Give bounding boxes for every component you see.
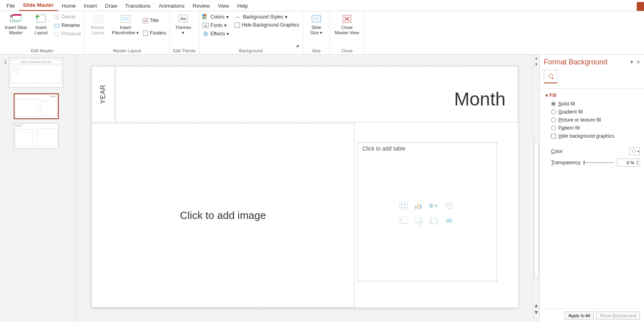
svg-rect-27 (314, 17, 319, 21)
group-edit-theme: Aa Themes▾ Edit Theme (170, 11, 199, 54)
checkbox-icon (551, 134, 556, 138)
tab-help[interactable]: Help (233, 1, 252, 11)
layout-thumbnail-2[interactable]: Month (14, 123, 59, 149)
group-edit-master-label: Edit Master (3, 48, 81, 54)
reset-background-button[interactable]: Reset Background (596, 312, 640, 320)
background-styles-icon (235, 14, 241, 20)
scrollbar-thumb[interactable] (534, 142, 539, 279)
fill-category-icon[interactable] (544, 70, 557, 83)
hide-bg-checkbox[interactable]: Hide background graphics (544, 132, 640, 140)
svg-rect-20 (204, 14, 206, 17)
insert-slide-master-button[interactable]: Insert Slide Master (3, 13, 29, 36)
hide-bg-label: Hide Background Graphics (242, 22, 299, 28)
tab-transitions[interactable]: Transitions (121, 1, 155, 11)
fill-section-header[interactable]: ▾ Fill (544, 90, 640, 100)
title-checkbox[interactable]: ✔ Title (143, 17, 166, 24)
svg-text:Aa: Aa (180, 16, 186, 21)
footers-checkbox[interactable]: Footers (143, 29, 166, 37)
svg-rect-45 (430, 218, 431, 224)
apply-to-all-button[interactable]: Apply to All (565, 312, 594, 320)
radio-icon (551, 126, 556, 130)
pane-options-icon[interactable]: ▼ ✕ (630, 60, 640, 65)
main-area: 1 Click to edit Master title style • ___… (0, 55, 644, 322)
gradient-fill-radio[interactable]: Gradient fill (544, 108, 640, 116)
fonts-icon: A (202, 22, 209, 29)
hide-bg-graphics-checkbox[interactable]: Hide Background Graphics (235, 21, 299, 29)
insert-layout-button[interactable]: Insert Layout (31, 13, 51, 36)
insert-online-picture-icon[interactable] (413, 216, 424, 226)
master-thumbnail[interactable]: Click to edit Master title style • _____… (9, 58, 63, 88)
ribbon: Insert Slide Master Insert Layout Delete… (0, 11, 644, 55)
insert-smartart-icon[interactable] (428, 200, 440, 211)
table-placeholder[interactable]: Click to add table (358, 142, 497, 281)
insert-placeholder-icon (119, 14, 132, 24)
tab-home[interactable]: Home (58, 1, 80, 11)
tab-animations[interactable]: Animations (155, 1, 188, 11)
preserve-button[interactable]: Preserve (54, 30, 81, 38)
svg-rect-4 (37, 15, 45, 22)
year-placeholder[interactable]: YEAR (91, 66, 115, 122)
insert-chart-icon[interactable] (413, 200, 424, 211)
tab-insert[interactable]: Insert (80, 1, 101, 11)
scroll-up-icon[interactable]: ▲ (533, 55, 539, 61)
svg-rect-46 (436, 218, 438, 224)
insert-video-icon[interactable] (428, 216, 440, 226)
transparency-value[interactable] (617, 160, 635, 165)
layout-thumbnail-1[interactable]: Month (14, 93, 59, 119)
slide-canvas[interactable]: YEAR Month Click to add image Click to a… (91, 66, 518, 308)
effects-button[interactable]: Effects ▾ (202, 30, 229, 38)
tab-draw[interactable]: Draw (101, 1, 121, 11)
insert-table-icon[interactable] (398, 200, 409, 211)
svg-text:A: A (204, 24, 207, 28)
insert-icon-icon[interactable] (444, 216, 455, 226)
svg-rect-40 (399, 217, 408, 223)
group-close-label: Close (333, 48, 361, 54)
background-styles-button[interactable]: Background Styles ▾ (235, 13, 299, 21)
slide-edit-area[interactable]: YEAR Month Click to add image Click to a… (76, 55, 533, 322)
group-edit-theme-label: Edit Theme (173, 48, 196, 54)
background-styles-label: Background Styles (243, 14, 283, 20)
insert-layout-icon (35, 14, 47, 24)
insert-picture-icon[interactable] (398, 216, 409, 226)
solid-fill-radio[interactable]: Solid fill (544, 100, 640, 108)
themes-button[interactable]: Aa Themes▾ (173, 13, 193, 36)
fonts-button[interactable]: A Fonts ▾ (202, 21, 229, 29)
slide-size-button[interactable]: Slide Size ▾ (306, 13, 326, 36)
master-layout-icon (91, 14, 104, 24)
master-number: 1 (2, 58, 6, 88)
month-title-placeholder[interactable]: Month (116, 66, 518, 122)
chevron-down-icon: ▾ (285, 14, 287, 20)
group-size-label: Size (306, 48, 326, 54)
rename-button[interactable]: Rename (54, 21, 81, 29)
colors-button[interactable]: Colors ▾ (202, 13, 229, 21)
checkbox-checked-icon: ✔ (143, 18, 148, 23)
tab-review[interactable]: Review (189, 1, 214, 11)
tab-slide-master[interactable]: Slide Master (19, 0, 58, 11)
picture-fill-radio[interactable]: Picture or texture fill (544, 116, 640, 124)
master-layout-button[interactable]: Master Layout (88, 13, 108, 36)
collapse-icon: ▾ (545, 93, 548, 98)
footers-label: Footers (150, 30, 166, 36)
pattern-fill-radio[interactable]: Pattern fill (544, 124, 640, 132)
svg-rect-36 (415, 206, 417, 209)
rename-label: Rename (62, 23, 80, 28)
svg-rect-22 (204, 17, 206, 19)
close-master-view-button[interactable]: Close Master View (333, 13, 361, 36)
vertical-scrollbar[interactable]: ▲ ⯅ ⯆ ▼ (533, 55, 539, 322)
effects-icon (202, 31, 209, 37)
insert-3d-icon[interactable] (444, 200, 455, 211)
insert-placeholder-button[interactable]: Insert Placeholder ▾ (110, 13, 140, 36)
share-button[interactable] (637, 2, 644, 11)
radio-icon (551, 109, 556, 114)
tab-view[interactable]: View (214, 1, 233, 11)
background-dialog-launcher[interactable]: ◢ (296, 43, 299, 47)
image-placeholder[interactable]: Click to add image (91, 123, 355, 308)
transparency-spinner[interactable]: ▲▼ (617, 159, 640, 167)
tab-file[interactable]: File (2, 1, 19, 11)
color-picker-button[interactable]: ▾ (630, 147, 640, 155)
prev-slide-icon[interactable]: ⯅ (535, 303, 538, 309)
slide-thumbnail-panel: 1 Click to edit Master title style • ___… (0, 55, 76, 322)
delete-button[interactable]: Delete (54, 13, 81, 21)
transparency-slider[interactable] (584, 162, 614, 163)
next-slide-icon[interactable]: ⯆ (535, 309, 538, 316)
